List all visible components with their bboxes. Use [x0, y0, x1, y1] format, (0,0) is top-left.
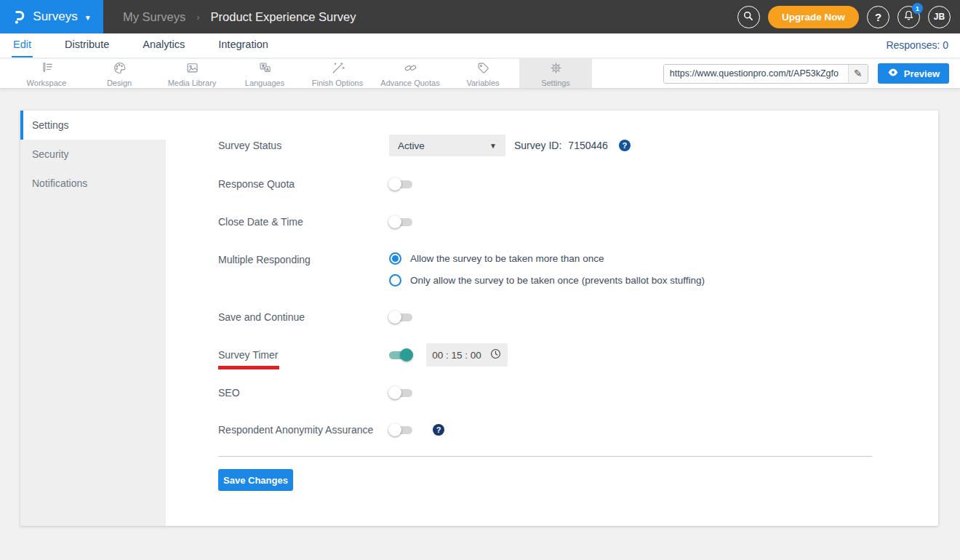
settings-card: Settings Security Notifications Survey S…: [20, 111, 938, 526]
breadcrumb-separator-icon: ›: [196, 12, 199, 23]
close-date-toggle[interactable]: [389, 218, 412, 226]
toolbar-item-settings[interactable]: Settings: [519, 59, 592, 88]
response-quota-toggle[interactable]: [389, 180, 412, 188]
chevron-down-icon: ▼: [84, 14, 92, 22]
tag-icon: [476, 61, 490, 78]
search-icon: [743, 10, 754, 24]
survey-id-value: 7150446: [568, 140, 608, 151]
close-date-label: Close Date & Time: [218, 216, 389, 228]
translate-icon: [258, 61, 272, 78]
save-continue-label: Save and Continue: [218, 311, 389, 323]
survey-url-input[interactable]: [664, 65, 848, 83]
toolbar-label: Variables: [466, 79, 499, 87]
survey-status-label: Survey Status: [218, 140, 389, 151]
tab-distribute[interactable]: Distribute: [63, 33, 111, 57]
preview-button[interactable]: Preview: [878, 63, 949, 84]
chevron-down-icon: ▼: [489, 142, 497, 150]
seo-toggle[interactable]: [389, 389, 412, 397]
radio-option-allow-multiple[interactable]: Allow the survey to be taken more than o…: [389, 252, 705, 265]
seo-row: SEO: [218, 385, 938, 400]
anonymity-label: Respondent Anonymity Assurance: [218, 424, 389, 436]
toggle-knob: [400, 348, 413, 361]
radio-option-label: Only allow the survey to be taken once (…: [410, 275, 705, 286]
toolbar-item-design[interactable]: Design: [83, 59, 156, 88]
radio-checked-icon[interactable]: [389, 252, 401, 265]
toggle-knob: [388, 423, 401, 436]
gear-icon: [549, 61, 563, 78]
help-button[interactable]: ?: [867, 6, 889, 28]
sidebar-item-security[interactable]: Security: [20, 140, 166, 169]
product-name: Surveys: [33, 9, 77, 24]
toolbar-label: Settings: [541, 79, 570, 87]
survey-status-select[interactable]: Active ▼: [389, 135, 505, 156]
response-quota-label: Response Quota: [218, 178, 389, 190]
toolbar-label: Finish Options: [312, 79, 363, 87]
survey-timer-label: Survey Timer: [218, 349, 278, 361]
anonymity-help-icon[interactable]: ?: [433, 424, 444, 436]
upgrade-now-button[interactable]: Upgrade Now: [768, 6, 859, 28]
questionpro-logo-icon: [12, 9, 26, 25]
user-avatar[interactable]: JB: [928, 6, 951, 28]
product-switcher[interactable]: Surveys ▼: [0, 0, 103, 33]
toolbar-right: ✎ Preview: [663, 59, 949, 88]
multiple-responding-row: Multiple Responding Allow the survey to …: [218, 252, 938, 287]
tab-edit[interactable]: Edit: [12, 33, 33, 57]
save-changes-button[interactable]: Save Changes: [218, 469, 293, 491]
chain-link-icon: [404, 61, 417, 78]
workspace-icon: [40, 61, 54, 78]
preview-label: Preview: [904, 68, 940, 79]
toolbar-item-advance-quotas[interactable]: Advance Quotas: [374, 59, 447, 88]
image-icon: [185, 61, 199, 78]
edit-url-icon[interactable]: ✎: [848, 65, 868, 83]
toolbar-item-variables[interactable]: Variables: [447, 59, 519, 88]
top-header: Surveys ▼ My Surveys › Product Experienc…: [0, 0, 960, 33]
survey-timer-row: Survey Timer 00 : 15 : 00: [218, 343, 938, 367]
breadcrumb-my-surveys[interactable]: My Surveys: [123, 10, 185, 24]
toggle-knob: [388, 311, 401, 324]
survey-id-label: Survey ID:: [514, 140, 561, 151]
toggle-knob: [388, 386, 401, 399]
tab-integration[interactable]: Integration: [217, 33, 270, 57]
sidebar-item-notifications[interactable]: Notifications: [20, 169, 166, 198]
seo-label: SEO: [218, 387, 389, 399]
toolbar-item-workspace[interactable]: Workspace: [10, 59, 83, 88]
survey-timer-input[interactable]: 00 : 15 : 00: [426, 343, 508, 367]
toolbar-item-languages[interactable]: Languages: [228, 59, 301, 88]
survey-id-help-icon[interactable]: ?: [619, 140, 631, 151]
toolbar-label: Advance Quotas: [380, 79, 439, 87]
response-quota-row: Response Quota: [218, 177, 938, 191]
toolbar-label: Media Library: [168, 79, 217, 87]
timer-value: 00 : 15 : 00: [432, 350, 481, 361]
toggle-knob: [388, 177, 401, 191]
anonymity-row: Respondent Anonymity Assurance ?: [218, 423, 938, 437]
close-date-row: Close Date & Time: [218, 215, 938, 229]
radio-option-only-once[interactable]: Only allow the survey to be taken once (…: [389, 274, 705, 287]
toolbar-item-finish-options[interactable]: Finish Options: [301, 59, 374, 88]
radio-option-label: Allow the survey to be taken more than o…: [410, 253, 604, 264]
notifications-button[interactable]: 1: [897, 6, 920, 28]
radio-unchecked-icon[interactable]: [389, 274, 401, 287]
responses-count[interactable]: Responses: 0: [886, 39, 948, 57]
help-icon: ?: [875, 11, 881, 23]
multiple-responding-label: Multiple Responding: [218, 254, 389, 265]
save-continue-toggle[interactable]: [389, 313, 412, 321]
save-continue-row: Save and Continue: [218, 310, 938, 324]
settings-sidebar: Settings Security Notifications: [20, 111, 166, 526]
multiple-responding-options: Allow the survey to be taken more than o…: [389, 252, 705, 287]
survey-status-row: Survey Status Active ▼ Survey ID: 715044…: [218, 135, 938, 156]
divider: [218, 456, 872, 457]
sidebar-background: Security Notifications: [20, 140, 166, 526]
toolbar-label: Languages: [245, 79, 284, 87]
breadcrumb: My Surveys › Product Experience Survey: [123, 10, 356, 24]
header-actions: Upgrade Now ? 1 JB: [737, 6, 951, 28]
anonymity-toggle[interactable]: [389, 426, 412, 434]
toolbar-item-media-library[interactable]: Media Library: [156, 59, 228, 88]
survey-url-field: ✎: [663, 64, 868, 84]
section-tabs: Edit Distribute Analytics Integration Re…: [0, 33, 960, 59]
search-button[interactable]: [737, 6, 760, 28]
settings-main: Survey Status Active ▼ Survey ID: 715044…: [166, 111, 938, 526]
survey-status-value: Active: [398, 140, 425, 151]
survey-timer-toggle[interactable]: [389, 351, 412, 359]
sidebar-item-settings[interactable]: Settings: [20, 111, 166, 140]
tab-analytics[interactable]: Analytics: [141, 33, 186, 57]
